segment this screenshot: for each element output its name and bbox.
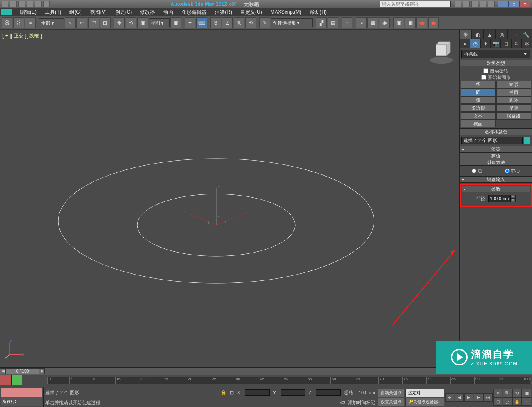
shape-rectangle[interactable]: 矩形: [496, 81, 532, 88]
time-slider-handle[interactable]: 0 / 100: [6, 368, 39, 374]
new-icon[interactable]: [2, 1, 8, 7]
subscription-icon[interactable]: [463, 1, 470, 7]
autogrid-checkbox[interactable]: [483, 68, 488, 73]
menu-views[interactable]: 视图(V): [86, 9, 111, 16]
object-name-input[interactable]: [461, 137, 523, 144]
editnamed-icon[interactable]: ✎: [259, 17, 270, 28]
tab-motion[interactable]: ◎: [496, 30, 508, 39]
radius-input[interactable]: [488, 195, 511, 202]
subtab-systems[interactable]: ✲: [522, 39, 532, 48]
qat-dropdown-icon[interactable]: [43, 1, 50, 7]
search-input[interactable]: [380, 1, 451, 7]
rotate-icon[interactable]: ⟲: [126, 17, 136, 28]
goto-end-icon[interactable]: ⏭: [483, 393, 493, 402]
menu-edit[interactable]: 编辑(E): [16, 9, 41, 16]
mirror-icon[interactable]: ▞: [316, 17, 327, 28]
menu-maxscript[interactable]: MAXScript(M): [266, 9, 306, 15]
render-iterative-icon[interactable]: 🫖: [428, 17, 439, 28]
shape-helix[interactable]: 螺旋线: [496, 112, 532, 120]
viewport[interactable]: [ + ][ 正交 ][ 线框 ] z x y y x z z x: [0, 30, 459, 367]
move-icon[interactable]: ✥: [114, 17, 125, 28]
rollout-keyboard[interactable]: +键盘输入: [460, 176, 532, 183]
application-icon[interactable]: [1, 9, 12, 15]
spinner-down-icon[interactable]: ▼: [511, 199, 516, 202]
menu-rendering[interactable]: 渲染(R): [211, 9, 236, 16]
subtab-helpers[interactable]: □: [501, 39, 511, 48]
subtab-geometry[interactable]: ●: [460, 39, 470, 48]
radio-center[interactable]: [505, 169, 510, 173]
trackbar-btn1[interactable]: [0, 375, 11, 385]
shape-text[interactable]: 文本: [461, 112, 496, 120]
shape-circle[interactable]: 圆: [461, 88, 496, 96]
nav-zoom-icon[interactable]: 🔍: [503, 389, 512, 397]
named-selection-dropdown[interactable]: 创建选择集 ▼: [271, 18, 313, 27]
select-by-name-icon[interactable]: ▭: [76, 17, 87, 28]
rollout-name-color[interactable]: -名称和颜色: [460, 128, 532, 135]
key-filters-button[interactable]: 🔑 关键点过滤器...: [405, 398, 444, 406]
align-icon[interactable]: ▤: [328, 17, 338, 28]
close-button[interactable]: ✕: [520, 1, 530, 7]
play-icon[interactable]: ▶: [464, 393, 473, 402]
nav-pan-icon[interactable]: ✥: [493, 389, 502, 397]
unlink-icon[interactable]: ⛓: [13, 17, 24, 28]
save-icon[interactable]: [18, 1, 25, 7]
selected-dropdown[interactable]: 选定对: [405, 389, 444, 397]
time-tag-icon[interactable]: 🏷: [340, 400, 345, 405]
x-input[interactable]: [245, 389, 270, 396]
shape-ngon[interactable]: 多边形: [461, 104, 496, 112]
rollout-interp[interactable]: +插值: [460, 152, 532, 159]
select-region-icon[interactable]: ⬚: [88, 17, 99, 28]
nav-fov-icon[interactable]: ◿: [503, 397, 512, 406]
nav-min-icon[interactable]: ▫: [522, 397, 531, 406]
bind-icon[interactable]: ≈: [25, 17, 36, 28]
radius-spinner[interactable]: ▲▼: [488, 195, 516, 202]
tab-utilities[interactable]: 🔧: [520, 30, 532, 39]
material-editor-icon[interactable]: ◉: [379, 17, 390, 28]
shape-line[interactable]: 线: [461, 81, 496, 88]
exchange-icon[interactable]: [471, 1, 478, 7]
link-icon[interactable]: ⛓: [2, 17, 12, 28]
lock-icon[interactable]: 🔒: [221, 390, 227, 395]
time-slider-prev[interactable]: ◀: [0, 368, 6, 374]
refcoord-dropdown[interactable]: 视图 ▼: [149, 18, 170, 27]
snap-toggle-icon[interactable]: 3: [210, 17, 221, 28]
subtab-spacewarps[interactable]: ≋: [511, 39, 522, 48]
subtab-cameras[interactable]: 📷: [491, 39, 501, 48]
subtab-lights[interactable]: ✦: [480, 39, 491, 48]
select-object-icon[interactable]: ↖: [65, 17, 76, 28]
menu-group[interactable]: 组(G): [65, 9, 86, 16]
tab-modify[interactable]: ◐: [472, 30, 484, 39]
favorites-icon[interactable]: [480, 1, 486, 7]
spinner-snap-icon[interactable]: ⟲: [245, 17, 256, 28]
schematic-view-icon[interactable]: ▦: [367, 17, 378, 28]
shape-arc[interactable]: 弧: [461, 96, 496, 104]
z-input[interactable]: [316, 389, 341, 396]
window-crossing-icon[interactable]: ⊡: [100, 17, 111, 28]
y-input[interactable]: [281, 389, 305, 396]
nav-orbit-icon[interactable]: ⟲: [512, 389, 522, 397]
trackbar-btn2[interactable]: [11, 375, 22, 385]
pivot-center-icon[interactable]: ▣: [170, 17, 181, 28]
isolate-icon[interactable]: ⊡: [230, 390, 234, 395]
prev-frame-icon[interactable]: ◀: [455, 393, 464, 402]
curve-editor-icon[interactable]: ∿: [356, 17, 367, 28]
spinner-up-icon[interactable]: ▲: [511, 195, 516, 199]
auto-key-button[interactable]: 自动关键点: [378, 389, 404, 397]
new-shape-checkbox[interactable]: [481, 75, 486, 80]
nav-max-icon[interactable]: ▣: [522, 389, 531, 397]
subtab-shapes[interactable]: ◔: [470, 39, 480, 48]
rollout-object-type[interactable]: -对象类型: [460, 60, 532, 66]
help-icon[interactable]: [488, 1, 495, 7]
goto-start-icon[interactable]: ⏮: [445, 393, 454, 402]
shape-ellipse[interactable]: 椭圆: [496, 88, 532, 96]
render-setup-icon[interactable]: ▣: [393, 17, 404, 28]
search-icon[interactable]: [455, 1, 461, 7]
scale-icon[interactable]: ▣: [137, 17, 148, 28]
open-icon[interactable]: [10, 1, 17, 7]
shape-star[interactable]: 星形: [496, 104, 532, 112]
layers-icon[interactable]: ≡: [342, 17, 352, 28]
nav-pan2-icon[interactable]: ✋: [512, 397, 522, 406]
shape-donut[interactable]: 圆环: [496, 96, 532, 104]
add-time-tag[interactable]: 添加时间标记: [348, 400, 375, 406]
tab-create[interactable]: ✳: [460, 30, 472, 39]
